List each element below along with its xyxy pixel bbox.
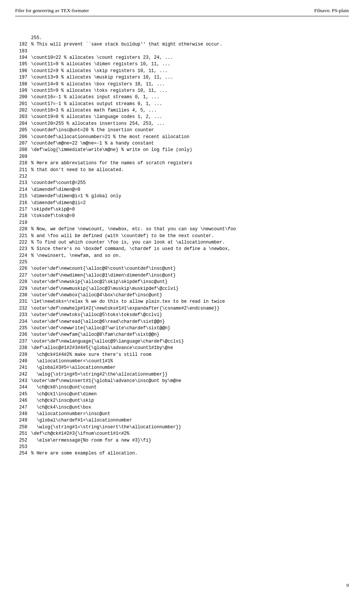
- table-row: 194\count10=22 % allocates \count regist…: [15, 55, 349, 61]
- table-row: 234\outer\def\newread{\alloc@6\read\char…: [15, 319, 349, 325]
- line-content: \outer\def\newbox{\alloc@4\box\chardef\i…: [31, 292, 162, 299]
- table-row: 252 \else\errmessage{No room for a new #…: [15, 437, 349, 444]
- line-content: \let\newtoks=\relax % we do this to allo…: [31, 299, 225, 305]
- line-number: 216: [15, 200, 27, 206]
- table-row: 250 \wlog{\string#1=\string\insert\the\a…: [15, 424, 349, 431]
- table-row: 198\count14=9 % allocates \box registers…: [15, 81, 349, 88]
- line-content: \countdef\count@=255: [31, 180, 86, 186]
- table-row: 232\outer\def\newhelp#1#2{\newtoks#1#1\e…: [15, 305, 349, 312]
- line-content: \wlog{\string#1=\string\insert\the\alloc…: [31, 424, 181, 431]
- table-row: 253: [15, 444, 349, 450]
- header-filename: Filnavn: PS-plain: [314, 8, 349, 14]
- page-container: Filer for generering av TEX-formater Fil…: [0, 0, 364, 596]
- table-row: 200\count16=-1 % allocates input streams…: [15, 94, 349, 101]
- line-number: 210: [15, 160, 27, 167]
- table-row: 235\outer\def\newwrite{\alloc@7\write\ch…: [15, 325, 349, 332]
- line-content: \dimendef\dimen@i=1 % global only: [31, 193, 121, 200]
- table-row: 209: [15, 154, 349, 160]
- table-row: 199\count15=9 % allocates \toks register…: [15, 88, 349, 94]
- line-content: \outer\def\newlanguage{\alloc@9\language…: [31, 338, 184, 345]
- line-number: 221: [15, 233, 27, 239]
- table-row: 212: [15, 173, 349, 180]
- line-number: 205: [15, 127, 27, 134]
- line-content: \count16=-1 % allocates input streams 0,…: [31, 94, 159, 101]
- line-content: \outer\def\newwrite{\alloc@7\write\chard…: [31, 325, 170, 332]
- line-content: \def\alloc@#1#2#3#4#5{\global\advance\co…: [31, 345, 173, 351]
- line-number: 250: [15, 424, 27, 431]
- table-row: 239 \ch@ck#1#4#2% make sure there's stil…: [15, 352, 349, 358]
- table-row: 249 \global\chardef#1=\allocationnumber: [15, 417, 349, 424]
- table-row: 225: [15, 259, 349, 266]
- table-row: 230\outer\def\newbox{\alloc@4\box\charde…: [15, 292, 349, 299]
- table-row: 248 \allocationnumber=\insc@unt: [15, 411, 349, 417]
- line-number: 220: [15, 226, 27, 233]
- line-content: \ch@ck#1#4#2% make sure there's still ro…: [31, 352, 151, 358]
- line-content: \count18=3 % allocates math families 4, …: [31, 107, 157, 114]
- line-number: 194: [15, 55, 27, 61]
- table-row: 219: [15, 220, 349, 226]
- line-number: 213: [15, 180, 27, 186]
- line-content: \count14=9 % allocates \box registers 10…: [31, 81, 165, 88]
- line-content: \global\chardef#1=\allocationnumber: [31, 417, 132, 424]
- line-number: 202: [15, 107, 27, 114]
- line-number: 227: [15, 272, 27, 279]
- table-row: 211% that don't need to be allocated.: [15, 167, 349, 173]
- line-number: 248: [15, 411, 27, 417]
- line-content: \outer\def\newread{\alloc@6\read\chardef…: [31, 319, 165, 325]
- line-number: 208: [15, 147, 27, 153]
- line-content: \count20=255 % allocates insertions 254,…: [31, 121, 165, 127]
- table-row: 237\outer\def\newlanguage{\alloc@9\langu…: [15, 338, 349, 345]
- table-row: 204\count20=255 % allocates insertions 2…: [15, 121, 349, 127]
- table-row: 207\countdef\m@ne=22 \m@ne=-1 % a handy …: [15, 140, 349, 147]
- page-footer: 9: [347, 582, 349, 588]
- line-number: 244: [15, 384, 27, 391]
- table-row: 246 \ch@ck2\insc@unt\skip: [15, 398, 349, 404]
- table-row: 215\dimendef\dimen@i=1 % global only: [15, 193, 349, 200]
- line-content: \count10=22 % allocates \count registers…: [31, 55, 173, 61]
- table-row: 222% To find out which counter \foo is, …: [15, 239, 349, 246]
- line-number: 224: [15, 253, 27, 259]
- table-row: 223% Since there's no \boxdef command, \…: [15, 246, 349, 252]
- line-content: \ch@ck1\insc@unt\dimen: [31, 391, 97, 398]
- table-row: 245 \ch@ck1\insc@unt\dimen: [15, 391, 349, 398]
- line-content: \ch@ck4\insc@unt\box: [31, 404, 91, 411]
- line-content: \outer\def\newcount{\alloc@0\count\count…: [31, 266, 176, 272]
- line-content: \outer\def\newskip{\alloc@2\skip\skipdef…: [31, 279, 168, 285]
- line-number: 241: [15, 365, 27, 371]
- line-number: 204: [15, 121, 27, 127]
- table-row: 210% Here are abbreviations for the name…: [15, 160, 349, 167]
- line-content: \wlog{\string#5=\string#2\the\allocation…: [31, 371, 168, 378]
- line-number: 243: [15, 378, 27, 384]
- line-number: 222: [15, 239, 27, 246]
- line-content: \outer\def\newmuskip{\alloc@3\muskip\mus…: [31, 286, 179, 292]
- table-row: 236\outer\def\newfam{\alloc@8\fam\charde…: [15, 332, 349, 338]
- line-number: 226: [15, 266, 27, 272]
- line-number: 219: [15, 220, 27, 226]
- table-row: 196\count12=9 % allocates \skip register…: [15, 68, 349, 74]
- line-content: % Here are abbreviations for the names o…: [31, 160, 192, 167]
- table-row: 203\count19=0 % allocates \language code…: [15, 114, 349, 120]
- line-number: 228: [15, 279, 27, 285]
- table-row: 243\outer\def\newinsert#1{\global\advanc…: [15, 378, 349, 384]
- line-content: \toksdef\toks@=0: [31, 213, 75, 219]
- line-number: 192: [15, 41, 27, 48]
- line-number: 215: [15, 193, 27, 200]
- table-row: 197\count13=9 % allocates \muskip regist…: [15, 74, 349, 81]
- line-number: 253: [15, 444, 27, 450]
- line-content: \allocationnumber=\count1#1%: [31, 358, 113, 365]
- line-number: 197: [15, 74, 27, 81]
- table-row: 238\def\alloc@#1#2#3#4#5{\global\advance…: [15, 345, 349, 351]
- line-number: 245: [15, 391, 27, 398]
- table-row: 214\dimendef\dimen@=0: [15, 187, 349, 193]
- line-number: 223: [15, 246, 27, 252]
- table-row: 247 \ch@ck4\insc@unt\box: [15, 404, 349, 411]
- line-content: \dimendef\dimen@ii=2: [31, 200, 86, 206]
- line-number: 230: [15, 292, 27, 299]
- table-row: 244 \ch@ck0\insc@unt\count: [15, 384, 349, 391]
- table-row: 254% Here are some examples of allocatio…: [15, 450, 349, 457]
- table-row: 205\countdef\insc@unt=20 % the insertion…: [15, 127, 349, 134]
- line-content: % \newinsert, \newfam, and so on.: [31, 253, 121, 259]
- table-row: 217\skipdef\skip@=0: [15, 206, 349, 213]
- line-number: 249: [15, 417, 27, 424]
- line-content: % that don't need to be allocated.: [31, 167, 124, 173]
